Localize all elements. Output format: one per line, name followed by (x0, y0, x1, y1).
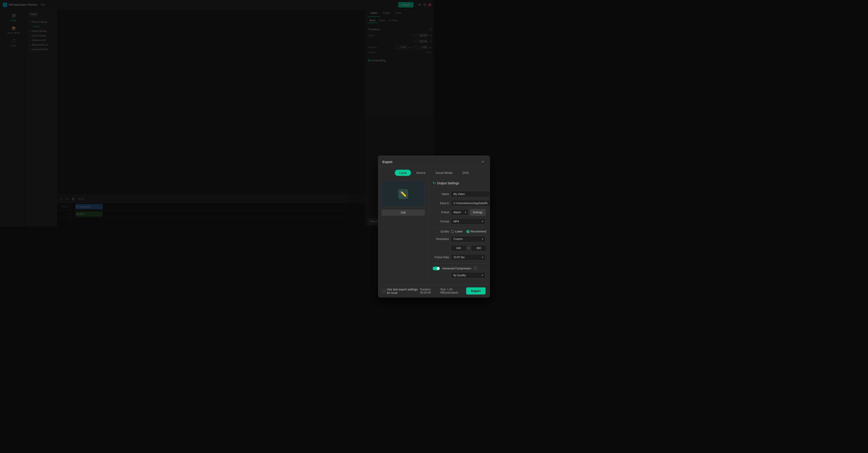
dialog-settings: ↻ Output Settings Name ✏️ Save to (429, 178, 434, 226)
name-row: Name ✏️ (433, 191, 434, 197)
save-to-row: Save to 📁 (433, 200, 434, 206)
save-to-label: Save to (433, 202, 434, 205)
settings-refresh-icon: ↻ (433, 181, 434, 185)
preview-icon: ✏️ (398, 189, 408, 199)
format-row: Format MP4 MOV AVI MKV (433, 218, 434, 225)
format-label: Format (433, 220, 434, 223)
dialog-header: Export × (378, 156, 434, 167)
name-label: Name (433, 193, 434, 196)
edit-button[interactable]: Edit (381, 209, 425, 216)
export-dialog: Export × Local Device Social Media DVD ✏… (378, 156, 434, 226)
tab-local[interactable]: Local (395, 170, 411, 176)
preview-thumbnail: ✏️ (381, 181, 425, 207)
settings-header: ↻ Output Settings (433, 181, 434, 188)
tab-device[interactable]: Device (412, 170, 430, 176)
dialog-tabs: Local Device Social Media DVD (378, 167, 434, 178)
preset-label: Preset (433, 211, 434, 214)
modal-overlay: Export × Local Device Social Media DVD ✏… (0, 0, 434, 226)
tab-social-media[interactable]: Social Media (431, 170, 434, 176)
dialog-preview: ✏️ Edit (378, 178, 429, 226)
dialog-body: ✏️ Edit ↻ Output Settings Name ✏️ (378, 178, 434, 226)
dialog-title: Export (382, 160, 392, 164)
preset-row: Preset Match to project settings Setting… (433, 209, 434, 216)
